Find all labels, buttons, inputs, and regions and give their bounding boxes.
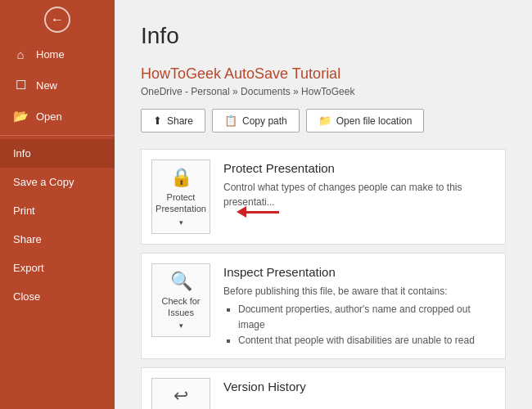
arrow-head	[237, 206, 246, 218]
open-icon: 📂	[13, 109, 28, 124]
protect-icon-label: ProtectPresentation	[156, 191, 206, 215]
file-title: HowToGeek AutoSave Tutorial	[141, 65, 506, 83]
inspect-icon: 🔍	[170, 271, 192, 292]
sidebar-label-open: Open	[36, 110, 62, 123]
red-arrow-indicator	[237, 206, 279, 218]
protect-title: Protect Presentation	[223, 161, 495, 175]
main-content: Info HowToGeek AutoSave Tutorial OneDriv…	[115, 0, 532, 409]
inspect-bullet-1: Document properties, author's name and c…	[238, 302, 495, 333]
sidebar-item-print[interactable]: Print	[0, 196, 115, 225]
sidebar-item-home[interactable]: ⌂ Home	[0, 39, 115, 70]
sidebar-label-save-copy: Save a Copy	[13, 176, 74, 188]
copy-path-icon: 📋	[224, 115, 237, 127]
version-history-info: Version History	[223, 378, 495, 398]
version-history-title: Version History	[223, 380, 495, 393]
inspect-description: Before publishing this file, be aware th…	[223, 284, 495, 299]
inspect-icon-label: Check forIssues	[161, 295, 200, 319]
sidebar-divider	[0, 135, 115, 136]
protect-dropdown-arrow: ▾	[179, 218, 183, 227]
file-path: OneDrive - Personal » Documents » HowToG…	[141, 86, 506, 97]
sidebar-label-new: New	[36, 79, 57, 92]
inspect-title: Inspect Presentation	[223, 265, 495, 279]
back-icon: ←	[44, 7, 70, 33]
sidebar: ← ⌂ Home ☐ New 📂 Open Info Save a Copy P…	[0, 0, 115, 409]
sidebar-item-save-copy[interactable]: Save a Copy	[0, 168, 115, 196]
sidebar-item-open[interactable]: 📂 Open	[0, 101, 115, 132]
sidebar-label-print: Print	[13, 204, 35, 217]
version-history-icon-box[interactable]: ↩ VersionHistory	[151, 378, 210, 409]
sidebar-label-home: Home	[36, 48, 65, 61]
copy-path-label: Copy path	[242, 115, 287, 127]
inspect-info: Inspect Presentation Before publishing t…	[223, 263, 495, 349]
open-location-icon: 📁	[318, 115, 331, 127]
protect-info: Protect Presentation Control what types …	[223, 160, 495, 209]
protect-icon-box[interactable]: 🔒 ProtectPresentation ▾	[151, 160, 210, 234]
inspect-bullet-2: Content that people with disabilities ar…	[238, 333, 495, 348]
page-title: Info	[141, 23, 506, 49]
arrow-line	[246, 211, 279, 213]
sidebar-label-export: Export	[13, 262, 44, 274]
inspect-section: 🔍 Check forIssues ▾ Inspect Presentation…	[141, 253, 506, 360]
sidebar-item-export[interactable]: Export	[0, 254, 115, 282]
protect-description: Control what types of changes people can…	[223, 180, 495, 209]
share-icon: ⬆	[153, 115, 162, 127]
sidebar-item-share[interactable]: Share	[0, 225, 115, 254]
inspect-icon-box[interactable]: 🔍 Check forIssues ▾	[151, 263, 210, 338]
sidebar-label-close: Close	[13, 290, 40, 303]
new-icon: ☐	[13, 78, 28, 92]
copy-path-button[interactable]: 📋 Copy path	[212, 109, 300, 133]
protect-section: 🔒 ProtectPresentation ▾ Protect Presenta…	[141, 149, 506, 245]
home-icon: ⌂	[13, 47, 28, 61]
sidebar-label-info: Info	[13, 147, 31, 160]
action-buttons: ⬆ Share 📋 Copy path 📁 Open file location	[141, 109, 506, 133]
sidebar-item-info[interactable]: Info	[0, 139, 115, 168]
sidebar-label-share: Share	[13, 233, 42, 245]
sidebar-item-close[interactable]: Close	[0, 282, 115, 311]
share-button-label: Share	[167, 115, 193, 127]
sidebar-item-new[interactable]: ☐ New	[0, 70, 115, 101]
inspect-bullets: Document properties, author's name and c…	[238, 302, 495, 349]
version-history-section: ↩ VersionHistory Version History	[141, 367, 506, 409]
lock-icon: 🔒	[170, 167, 192, 188]
version-history-icon: ↩	[174, 385, 188, 407]
open-location-button[interactable]: 📁 Open file location	[306, 109, 425, 133]
share-button[interactable]: ⬆ Share	[141, 109, 205, 133]
back-button[interactable]: ←	[0, 0, 115, 39]
open-location-label: Open file location	[336, 115, 413, 127]
inspect-dropdown-arrow: ▾	[179, 321, 183, 330]
